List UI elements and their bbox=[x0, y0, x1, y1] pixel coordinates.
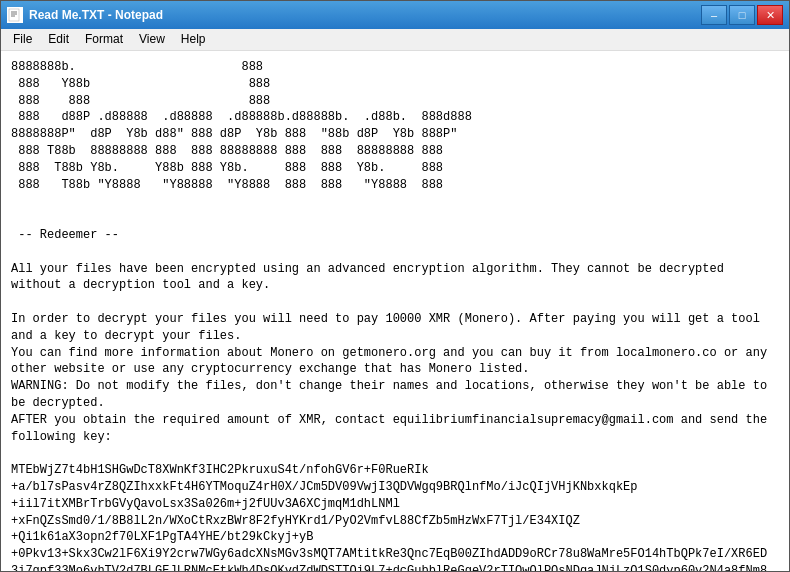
minimize-button[interactable]: – bbox=[701, 5, 727, 25]
title-bar: Read Me.TXT - Notepad – □ ✕ bbox=[1, 1, 789, 29]
svg-rect-0 bbox=[9, 9, 19, 21]
menu-format[interactable]: Format bbox=[77, 31, 131, 48]
close-button[interactable]: ✕ bbox=[757, 5, 783, 25]
menu-help[interactable]: Help bbox=[173, 31, 214, 48]
title-bar-left: Read Me.TXT - Notepad bbox=[7, 7, 163, 23]
menu-file[interactable]: File bbox=[5, 31, 40, 48]
menu-edit[interactable]: Edit bbox=[40, 31, 77, 48]
notepad-window: Read Me.TXT - Notepad – □ ✕ File Edit Fo… bbox=[0, 0, 790, 572]
window-title: Read Me.TXT - Notepad bbox=[29, 8, 163, 22]
menu-view[interactable]: View bbox=[131, 31, 173, 48]
menu-bar: File Edit Format View Help bbox=[1, 29, 789, 51]
window-controls: – □ ✕ bbox=[701, 5, 783, 25]
text-content[interactable]: 8888888b. 888 888 Y88b 888 888 888 888 8… bbox=[1, 51, 789, 571]
notepad-icon bbox=[7, 7, 23, 23]
maximize-button[interactable]: □ bbox=[729, 5, 755, 25]
